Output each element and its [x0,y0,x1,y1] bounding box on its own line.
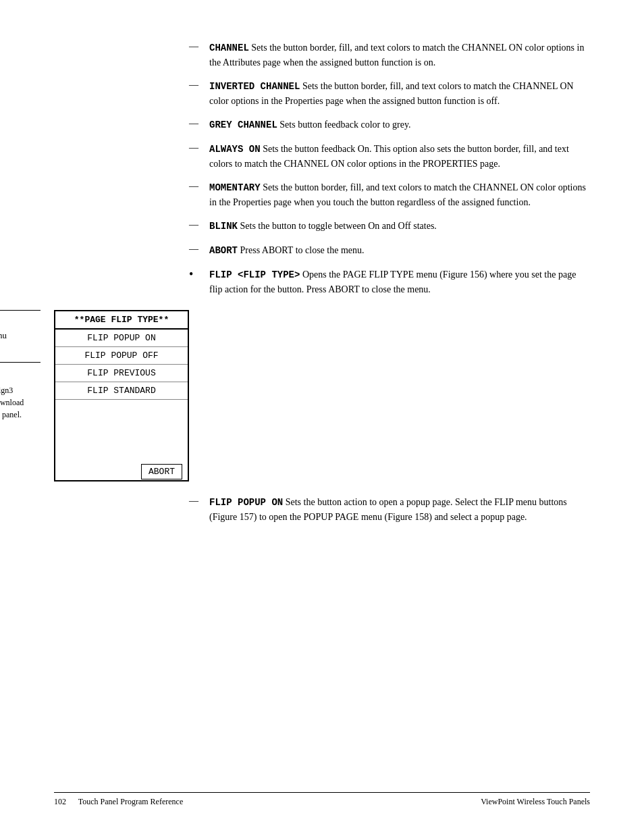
always-on-desc: Sets the button feedback On. This option… [209,144,569,169]
dash-icon: — [189,219,209,230]
list-item-grey-channel: — GREY CHANNEL Sets button feedback colo… [189,118,590,132]
momentary-text: MOMENTARY Sets the button border, fill, … [209,180,590,209]
inverted-channel-keyword: INVERTED CHANNEL [209,81,300,92]
channel-desc: Sets the button border, fill, and text c… [209,43,584,68]
channel-text: CHANNEL Sets the button border, fill, an… [209,41,590,70]
always-on-text: ALWAYS ON Sets the button feedback On. T… [209,142,590,171]
note-section: Note You must use the TPDesign3 program … [0,362,41,421]
dash-icon: — [189,495,209,506]
dash-icon: — [189,180,209,192]
list-item-blink: — BLINK Sets the button to toggle betwee… [189,219,590,234]
menu-item-flip-popup-off: FLIP POPUP OFF [55,347,188,365]
list-item-always-on: — ALWAYS ON Sets the button feedback On.… [189,142,590,171]
content-area: — CHANNEL Sets the button border, fill, … [189,41,590,296]
grey-channel-keyword: GREY CHANNEL [209,120,277,130]
abort-text: ABORT Press ABORT to close the menu. [209,243,590,258]
grey-channel-desc: Sets button feedback color to grey. [277,120,411,130]
momentary-keyword: MOMENTARY [209,182,261,193]
abort-cell: ABORT [55,400,188,481]
note-text: You must use the TPDesign3 program to cr… [0,384,41,421]
list-item-abort: — ABORT Press ABORT to close the menu. [189,243,590,258]
bullet-list: — CHANNEL Sets the button border, fill, … [189,41,590,296]
footer-right: ViewPoint Wireless Touch Panels [481,797,590,807]
flip-popup-on-keyword: FLIP POPUP ON [209,497,283,508]
dash-icon: — [189,41,209,52]
dash-icon: — [189,243,209,255]
menu-item-flip-standard: FLIP STANDARD [55,382,188,400]
footer-left-text: Touch Panel Program Reference [78,797,183,806]
list-item-flip: • FLIP <FLIP TYPE> Opens the PAGE FLIP T… [189,267,590,296]
channel-keyword: CHANNEL [209,43,249,53]
figure-right: **PAGE FLIP TYPE** FLIP POPUP ON FLIP PO… [54,310,590,481]
list-item-momentary: — MOMENTARY Sets the button border, fill… [189,180,590,209]
dash-icon: — [189,118,209,129]
dash-icon: — [189,79,209,90]
menu-item-flip-previous: FLIP PREVIOUS [55,365,188,382]
blink-text: BLINK Sets the button to toggle between … [209,219,590,234]
page-number: 102 [54,797,66,806]
list-item-flip-popup-on: — FLIP POPUP ON Sets the button action t… [189,495,590,524]
list-item-inverted-channel: — INVERTED CHANNEL Sets the button borde… [189,79,590,108]
after-figure-list: — FLIP POPUP ON Sets the button action t… [189,495,590,524]
note-label: Note [0,368,41,379]
grey-channel-text: GREY CHANNEL Sets button feedback color … [209,118,590,132]
bullet-dot-icon: • [189,267,209,282]
abort-button-display: ABORT [141,464,182,479]
figure-left: Figure 156 PAGE FLIP TYPE menu Note You … [0,310,54,421]
inverted-channel-text: INVERTED CHANNEL Sets the button border,… [209,79,590,108]
flip-popup-on-text: FLIP POPUP ON Sets the button action to … [209,495,590,524]
footer: 102 Touch Panel Program Reference ViewPo… [54,792,590,807]
figure-label: Figure 156 [0,310,41,325]
list-item-channel: — CHANNEL Sets the button border, fill, … [189,41,590,70]
footer-left: 102 Touch Panel Program Reference [54,797,183,807]
menu-item-flip-popup-on: FLIP POPUP ON [55,329,188,347]
page: — CHANNEL Sets the button border, fill, … [0,0,644,834]
flip-text: FLIP <FLIP TYPE> Opens the PAGE FLIP TYP… [209,267,590,296]
menu-header: **PAGE FLIP TYPE** [55,311,188,329]
blink-desc: Sets the button to toggle between On and… [238,221,437,231]
after-figure-content: — FLIP POPUP ON Sets the button action t… [189,495,590,524]
figure-caption: PAGE FLIP TYPE menu [0,330,41,342]
figure-section: Figure 156 PAGE FLIP TYPE menu Note You … [54,310,590,481]
menu-table: **PAGE FLIP TYPE** FLIP POPUP ON FLIP PO… [54,310,189,481]
abort-keyword: ABORT [209,245,238,256]
momentary-desc: Sets the button border, fill, and text c… [209,182,586,207]
always-on-keyword: ALWAYS ON [209,144,261,155]
dash-icon: — [189,142,209,153]
abort-desc: Press ABORT to close the menu. [238,245,365,255]
flip-keyword: FLIP <FLIP TYPE> [209,269,300,280]
blink-keyword: BLINK [209,221,238,232]
